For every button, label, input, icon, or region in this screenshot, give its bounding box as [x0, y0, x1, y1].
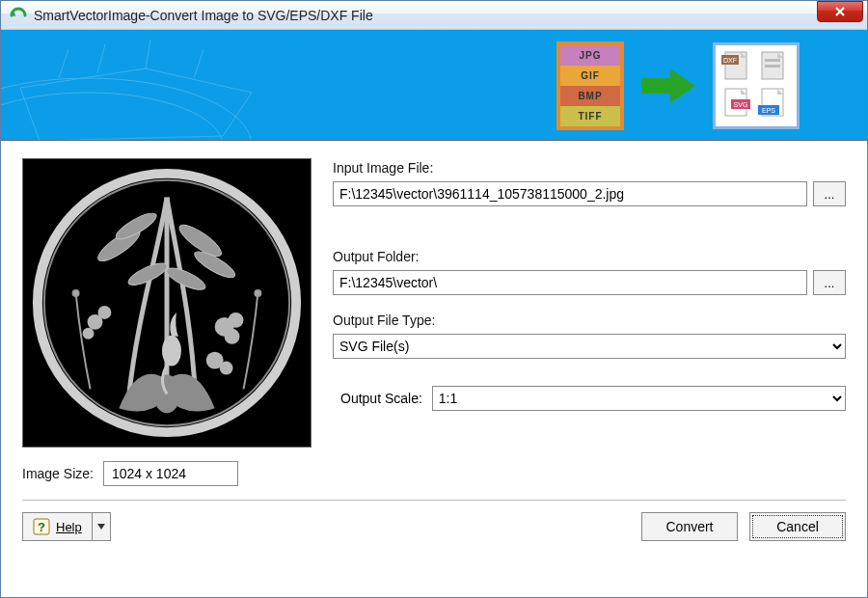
output-type-label: Output File Type:: [333, 313, 846, 328]
format-badge: TIFF: [560, 106, 620, 126]
format-badge: BMP: [560, 86, 620, 106]
image-size-value: 1024 x 1024: [103, 461, 238, 486]
form-column: Input Image File: ... Output Folder: ...…: [333, 158, 846, 448]
svg-line-4: [97, 44, 105, 73]
dxf-file-icon: DXF: [719, 49, 754, 84]
svg-line-5: [146, 40, 150, 68]
help-label: Help: [56, 520, 82, 534]
banner-conversion-graphic: JPG GIF BMP TIFF DXF SVG EPS: [556, 41, 800, 130]
cancel-button[interactable]: Cancel: [749, 512, 846, 541]
app-icon: [9, 6, 28, 25]
svg-marker-47: [97, 524, 105, 530]
format-badge: GIF: [560, 66, 620, 86]
output-type-row: SVG File(s): [333, 334, 846, 359]
svg-text:EPS: EPS: [762, 107, 775, 114]
svg-rect-15: [765, 65, 780, 68]
divider: [22, 500, 846, 501]
svg-point-40: [220, 362, 233, 375]
app-window: SmartVectorImage-Convert Image to SVG/EP…: [0, 0, 868, 598]
svg-marker-7: [641, 68, 695, 103]
svg-point-37: [97, 306, 111, 319]
image-size-label: Image Size:: [22, 466, 94, 481]
svg-file-icon: SVG: [719, 86, 754, 121]
svg-text:DXF: DXF: [723, 57, 737, 64]
svg-text:?: ?: [38, 520, 45, 534]
output-scale-select[interactable]: 1:1: [432, 386, 846, 411]
svg-point-34: [229, 313, 244, 328]
window-title: SmartVectorImage-Convert Image to SVG/EP…: [34, 8, 867, 23]
svg-point-38: [83, 328, 95, 340]
format-badge: JPG: [560, 45, 620, 66]
help-dropdown-button[interactable]: [93, 513, 110, 540]
svg-point-35: [225, 329, 240, 344]
banner: JPG GIF BMP TIFF DXF SVG EPS: [1, 30, 867, 141]
svg-point-43: [73, 290, 79, 296]
eps-file-icon: EPS: [756, 86, 791, 121]
input-file-field[interactable]: [333, 181, 807, 206]
output-folder-label: Output Folder:: [333, 249, 846, 264]
svg-point-44: [255, 290, 260, 296]
output-scale-label: Output Scale:: [340, 391, 422, 406]
output-folder-field[interactable]: [333, 270, 807, 295]
arrow-icon: [641, 68, 695, 103]
image-size-row: Image Size: 1024 x 1024: [22, 461, 846, 486]
input-file-browse-button[interactable]: ...: [813, 181, 846, 206]
preview-column: [22, 158, 312, 448]
svg-line-6: [194, 49, 203, 78]
input-formats-stack: JPG GIF BMP TIFF: [556, 41, 624, 130]
help-icon: ?: [33, 518, 50, 535]
close-button[interactable]: [817, 1, 863, 22]
svg-point-42: [162, 336, 181, 367]
input-file-row: ...: [333, 181, 846, 206]
svg-rect-14: [765, 59, 780, 62]
output-type-select[interactable]: SVG File(s): [333, 334, 846, 359]
help-button-main[interactable]: ? Help: [23, 513, 93, 540]
svg-text:SVG: SVG: [734, 101, 748, 108]
bottom-row: ? Help Convert Cancel: [22, 512, 846, 541]
image-preview: [22, 158, 312, 448]
svg-point-2: [1, 93, 223, 141]
upper-panel: Input Image File: ... Output Folder: ...…: [22, 158, 846, 448]
page-file-icon: [756, 49, 791, 84]
titlebar: SmartVectorImage-Convert Image to SVG/EP…: [1, 1, 867, 30]
output-folder-row: ...: [333, 270, 846, 295]
close-icon: [834, 6, 846, 17]
convert-button[interactable]: Convert: [641, 512, 738, 541]
banner-artwork: [1, 30, 339, 141]
content-area: Input Image File: ... Output Folder: ...…: [1, 141, 867, 597]
help-button[interactable]: ? Help: [22, 512, 111, 541]
input-file-label: Input Image File:: [333, 160, 846, 176]
chevron-down-icon: [97, 524, 105, 530]
output-folder-browse-button[interactable]: ...: [813, 270, 846, 295]
output-formats-box: DXF SVG EPS: [713, 42, 800, 129]
svg-line-3: [59, 49, 68, 78]
svg-point-1: [1, 78, 252, 141]
output-scale-row: Output Scale: 1:1: [333, 386, 846, 411]
